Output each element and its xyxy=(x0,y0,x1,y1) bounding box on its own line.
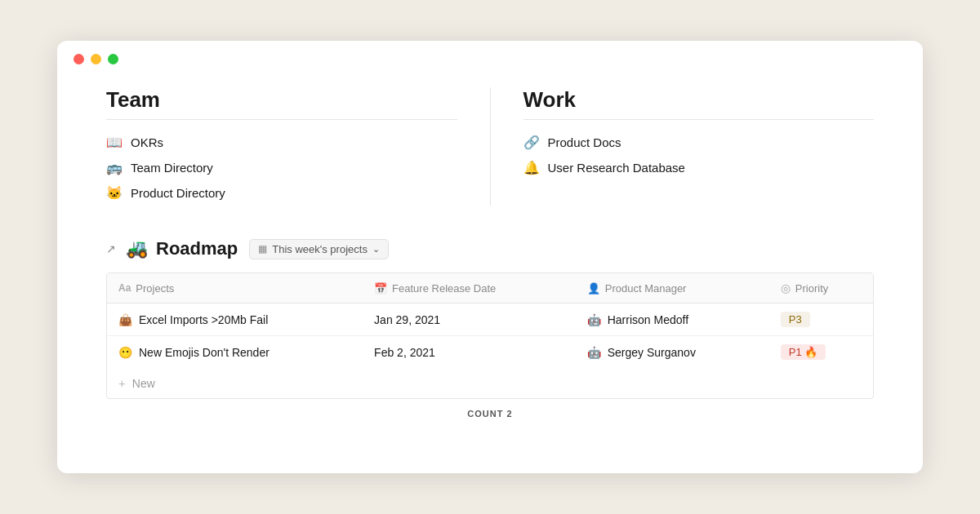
close-button[interactable] xyxy=(74,54,84,64)
row1-priority-cell: P3 xyxy=(769,304,873,336)
count-bar: COUNT 2 xyxy=(106,409,874,419)
roadmap-header: ↗ 🚜 Roadmap ▦ This week's projects ⌄ xyxy=(106,238,874,259)
work-column: Work 🔗 Product Docs 🔔 User Research Data… xyxy=(523,87,875,206)
row1-date: Jan 29, 2021 xyxy=(363,304,576,336)
product-docs-label: Product Docs xyxy=(548,135,621,149)
roadmap-section: ↗ 🚜 Roadmap ▦ This week's projects ⌄ xyxy=(106,238,874,419)
new-plus-icon: + xyxy=(118,376,126,390)
row1-pm-emoji: 🤖 xyxy=(587,313,601,326)
row2-pm-emoji: 🤖 xyxy=(587,346,601,359)
th-product-manager: 👤 Product Manager xyxy=(576,273,769,304)
row2-pm-cell: 🤖 Sergey Surganov xyxy=(576,336,769,369)
count-value: 2 xyxy=(507,409,513,419)
team-directory-emoji: 🚌 xyxy=(106,160,122,175)
okrs-emoji: 📖 xyxy=(106,135,122,150)
feature-release-date-label: Feature Release Date xyxy=(392,282,496,295)
filter-label: This week's projects xyxy=(272,243,368,255)
project-cell: 👜 Excel Imports >20Mb Fail xyxy=(107,304,363,336)
team-section-title: Team xyxy=(106,87,457,120)
new-row-button[interactable]: + New xyxy=(107,368,873,398)
titlebar xyxy=(57,41,923,74)
maximize-button[interactable] xyxy=(108,54,118,64)
team-directory-label: Team Directory xyxy=(131,161,213,175)
projects-col-label: Projects xyxy=(136,282,174,295)
th-priority: ◎ Priority xyxy=(769,273,873,304)
column-divider xyxy=(490,87,491,206)
product-directory-label: Product Directory xyxy=(131,186,225,200)
person-icon: 👤 xyxy=(587,282,600,295)
count-label: COUNT xyxy=(467,409,503,419)
work-section-title: Work xyxy=(523,87,875,120)
projects-icon: Aa xyxy=(118,282,131,294)
row1-pm-cell: 🤖 Harrison Medoff xyxy=(576,304,769,336)
th-feature-release-date: 📅 Feature Release Date xyxy=(363,273,576,304)
minimize-button[interactable] xyxy=(91,54,101,64)
roadmap-table-wrapper: Aa Projects 📅 Feature Release Date xyxy=(106,273,874,399)
team-column: Team 📖 OKRs 🚌 Team Directory 🐱 Product D… xyxy=(106,87,457,206)
table-row[interactable]: 😶 New Emojis Don't Render Feb 2, 2021 🤖 … xyxy=(107,336,873,369)
team-nav-list: 📖 OKRs 🚌 Team Directory 🐱 Product Direct… xyxy=(106,130,457,206)
priority-icon: ◎ xyxy=(781,281,791,295)
user-research-emoji: 🔔 xyxy=(523,160,540,175)
row1-priority-badge: P3 xyxy=(781,312,810,327)
project-cell: 😶 New Emojis Don't Render xyxy=(107,336,363,369)
work-nav-list: 🔗 Product Docs 🔔 User Research Database xyxy=(523,130,875,180)
row2-project-name: New Emojis Don't Render xyxy=(139,346,270,359)
table-header-row: Aa Projects 📅 Feature Release Date xyxy=(107,273,873,304)
product-docs-emoji: 🔗 xyxy=(523,135,540,150)
two-column-section: Team 📖 OKRs 🚌 Team Directory 🐱 Product D… xyxy=(106,87,874,206)
roadmap-arrow-icon: ↗ xyxy=(106,242,116,255)
product-manager-label: Product Manager xyxy=(605,282,687,295)
main-window: Team 📖 OKRs 🚌 Team Directory 🐱 Product D… xyxy=(57,41,923,473)
okrs-label: OKRs xyxy=(131,135,163,149)
priority-label: Priority xyxy=(795,282,828,295)
roadmap-filter-button[interactable]: ▦ This week's projects ⌄ xyxy=(249,239,389,259)
user-research-label: User Research Database xyxy=(548,161,685,175)
row2-date: Feb 2, 2021 xyxy=(363,336,576,369)
product-directory-emoji: 🐱 xyxy=(106,185,122,201)
roadmap-table: Aa Projects 📅 Feature Release Date xyxy=(107,273,873,368)
team-nav-item-product-directory[interactable]: 🐱 Product Directory xyxy=(106,180,457,206)
team-nav-item-okrs[interactable]: 📖 OKRs xyxy=(106,130,457,155)
row1-emoji: 👜 xyxy=(118,313,132,326)
table-row[interactable]: 👜 Excel Imports >20Mb Fail Jan 29, 2021 … xyxy=(107,304,873,336)
roadmap-tractor-emoji: 🚜 xyxy=(126,238,148,259)
row2-priority-cell: P1 🔥 xyxy=(769,336,873,369)
row2-priority-badge: P1 🔥 xyxy=(781,344,826,360)
filter-table-icon: ▦ xyxy=(258,243,267,255)
filter-chevron-icon: ⌄ xyxy=(372,244,380,255)
page-content: Team 📖 OKRs 🚌 Team Directory 🐱 Product D… xyxy=(57,74,923,443)
row2-pm-name: Sergey Surganov xyxy=(608,346,696,359)
row1-project-name: Excel Imports >20Mb Fail xyxy=(139,313,268,326)
th-projects: Aa Projects xyxy=(107,273,363,304)
work-nav-item-product-docs[interactable]: 🔗 Product Docs xyxy=(523,130,875,155)
calendar-icon: 📅 xyxy=(374,282,387,295)
work-nav-item-user-research[interactable]: 🔔 User Research Database xyxy=(523,155,875,180)
row2-emoji: 😶 xyxy=(118,346,132,359)
row1-pm-name: Harrison Medoff xyxy=(608,313,688,326)
new-row-label: New xyxy=(132,377,155,390)
team-nav-item-directory[interactable]: 🚌 Team Directory xyxy=(106,155,457,180)
roadmap-title: Roadmap xyxy=(156,238,238,259)
